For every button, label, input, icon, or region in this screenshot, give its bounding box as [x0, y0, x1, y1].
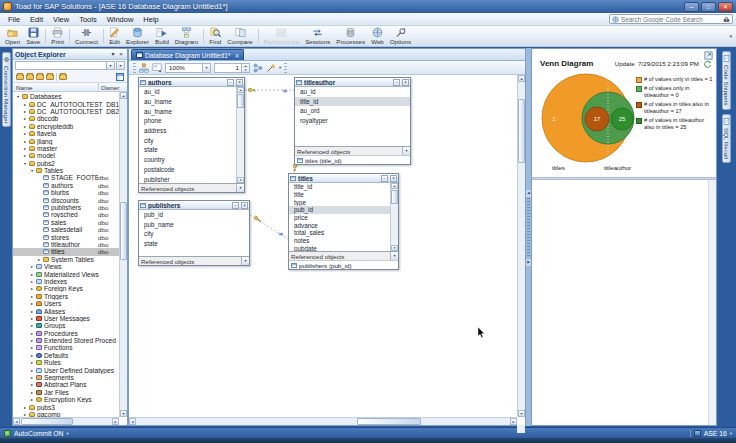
tree-item-sales[interactable]: salesdbo — [13, 219, 119, 226]
scroll-down-icon[interactable]: ▼ — [518, 410, 525, 417]
table-scrollbar[interactable]: ▲▼ — [236, 87, 244, 183]
close-icon[interactable]: × — [241, 202, 248, 209]
minimize-icon[interactable]: − — [232, 202, 239, 209]
scroll-thumb[interactable] — [391, 190, 398, 204]
tree-item-materialized-views[interactable]: ▸Materialized Views — [13, 270, 119, 277]
table-window-authors[interactable]: authors−×au_idau_lnameau_fnamephoneaddre… — [138, 77, 245, 193]
maximize-button[interactable]: □ — [701, 2, 716, 12]
field-type[interactable]: type — [289, 198, 390, 206]
find-button[interactable]: Find — [206, 26, 224, 46]
scroll-thumb[interactable] — [21, 418, 73, 425]
table-window-titlebar[interactable]: authors−× — [139, 78, 244, 87]
overview-window-icon[interactable] — [152, 63, 162, 73]
splitter-grip[interactable] — [527, 198, 530, 258]
tree-horizontal-scrollbar[interactable]: ◄ ► — [13, 417, 119, 425]
field-au_ord[interactable]: au_ord — [295, 106, 410, 116]
tree-item-views[interactable]: ▸Views — [13, 263, 119, 270]
field-au_fname[interactable]: au_fname — [139, 106, 236, 116]
field-phone[interactable]: phone — [139, 116, 236, 126]
tree-expander-icon[interactable]: ▸ — [29, 390, 35, 395]
table-window-publishers[interactable]: publishers−×pub_idpub_namecitystateRefer… — [138, 200, 250, 266]
open-button[interactable]: Open — [2, 26, 23, 46]
field-title_id[interactable]: title_id — [295, 97, 410, 107]
field-au_id[interactable]: au_id — [295, 87, 410, 97]
tree-expander-icon[interactable]: ▾ — [22, 161, 28, 166]
field-postalcode[interactable]: postalcode — [139, 165, 236, 175]
filter-folder-icon[interactable] — [59, 74, 67, 80]
tree-expander-icon[interactable]: ▸ — [29, 397, 35, 402]
referenced-objects-bar[interactable]: Referenced objects▾ — [295, 146, 410, 155]
scroll-thumb[interactable] — [518, 99, 525, 163]
field-price[interactable]: price — [289, 214, 390, 222]
tab-sql-recall[interactable]: SQL Recall — [722, 114, 731, 163]
diagram-canvas[interactable]: ∞∞∞ authors−×au_idau_lnameau_fnamephonea… — [129, 75, 517, 417]
field-city[interactable]: city — [139, 135, 236, 145]
tree-item-rules[interactable]: ▸Rules — [13, 359, 119, 366]
close-icon[interactable]: × — [402, 79, 409, 86]
chevron-down-icon[interactable]: ▾ — [390, 252, 398, 260]
tree-item-stores[interactable]: storesdbo — [13, 233, 119, 240]
tree-expander-icon[interactable]: ▾ — [29, 168, 35, 173]
explorer-button[interactable]: Explorer — [123, 26, 152, 46]
grid-view-icon[interactable] — [116, 73, 124, 81]
minimize-icon[interactable]: − — [393, 79, 400, 86]
minimize-icon[interactable]: − — [227, 79, 234, 86]
close-icon[interactable]: × — [390, 175, 397, 182]
autocommit-status[interactable]: AutoCommit ON — [14, 430, 63, 437]
diagram-button[interactable]: Diagram — [172, 26, 201, 46]
referenced-object-item[interactable]: titles (title_id) — [295, 155, 410, 164]
scroll-down-icon[interactable]: ▼ — [120, 410, 127, 417]
tree-expander-icon[interactable]: ▸ — [22, 139, 28, 144]
tree-expander-icon[interactable]: ▸ — [29, 294, 35, 299]
new-folder-icon[interactable] — [16, 74, 24, 80]
field-au_lname[interactable]: au_lname — [139, 97, 236, 107]
scroll-thumb[interactable] — [237, 94, 244, 108]
close-button[interactable]: ✕ — [718, 2, 733, 12]
column-header-name[interactable]: Name — [13, 83, 99, 91]
minimize-icon[interactable]: − — [381, 175, 388, 182]
collapse-right-icon[interactable]: ▶ — [526, 259, 531, 266]
toolbar-drag-handle[interactable] — [133, 63, 136, 73]
tree-expander-icon[interactable]: ▸ — [22, 146, 28, 151]
close-icon[interactable]: × — [236, 79, 243, 86]
connect-button[interactable]: Connect — [72, 26, 101, 46]
referenced-objects-bar[interactable]: Referenced objects▾ — [139, 256, 249, 265]
tree-item-titleauthor[interactable]: titleauthordbo — [13, 241, 119, 248]
tree-expander-icon[interactable]: ▸ — [29, 345, 35, 350]
print-button[interactable]: Print — [48, 26, 67, 46]
column-header-owner[interactable]: Owner — [99, 83, 127, 91]
tree-item-encryption-keys[interactable]: ▸Encryption Keys — [13, 396, 119, 403]
tree-item-titles[interactable]: titlesdbo — [13, 248, 119, 255]
zoom-select[interactable]: 100%▾ — [165, 63, 211, 73]
tree-expander-icon[interactable]: ▸ — [29, 316, 35, 321]
tree-item-foreign-keys[interactable]: ▸Foreign Keys — [13, 285, 119, 292]
tree-item-triggers[interactable]: ▸Triggers — [13, 293, 119, 300]
menu-window[interactable]: Window — [102, 14, 139, 25]
tree-item-abstract-plans[interactable]: ▸Abstract Plans — [13, 381, 119, 388]
search-input[interactable] — [621, 15, 721, 23]
tree-item-master[interactable]: ▸master — [13, 145, 119, 152]
hierarchy-icon[interactable] — [253, 63, 263, 73]
tree-item-dc-autotooltest-db1[interactable]: ▸DC_AUTOTOOLTEST_DB1 — [13, 100, 119, 107]
tree-item-flavela[interactable]: ▸flavela — [13, 130, 119, 137]
tree-expander-icon[interactable]: ▸ — [22, 153, 28, 158]
field-pubdate[interactable]: pubdate — [289, 245, 390, 252]
toolbar-overflow-button[interactable]: ▾ — [727, 33, 734, 39]
tree-item-blurbs[interactable]: blurbsdbo — [13, 189, 119, 196]
tree-expander-icon[interactable]: ▸ — [29, 353, 35, 358]
field-royaltyper[interactable]: royaltyper — [295, 116, 410, 126]
google-code-search-box[interactable] — [609, 14, 733, 24]
scroll-thumb[interactable] — [120, 202, 127, 260]
menu-tools[interactable]: Tools — [74, 14, 102, 25]
tree-item-databases[interactable]: ▾Databases — [13, 93, 119, 100]
scroll-up-icon[interactable]: ▲ — [237, 87, 244, 93]
edit-button[interactable]: Edit — [106, 26, 123, 46]
tree-item-roysched[interactable]: royscheddbo — [13, 211, 119, 218]
field-state[interactable]: state — [139, 145, 236, 155]
scroll-down-icon[interactable]: ▼ — [237, 177, 244, 183]
tree-item-system-tables[interactable]: ▸System Tables — [13, 256, 119, 263]
scroll-down-icon[interactable]: ▼ — [391, 245, 398, 251]
wizard-icon[interactable] — [266, 63, 276, 73]
tree-expander-icon[interactable]: ▸ — [29, 368, 35, 373]
scroll-left-icon[interactable]: ◄ — [129, 418, 136, 425]
